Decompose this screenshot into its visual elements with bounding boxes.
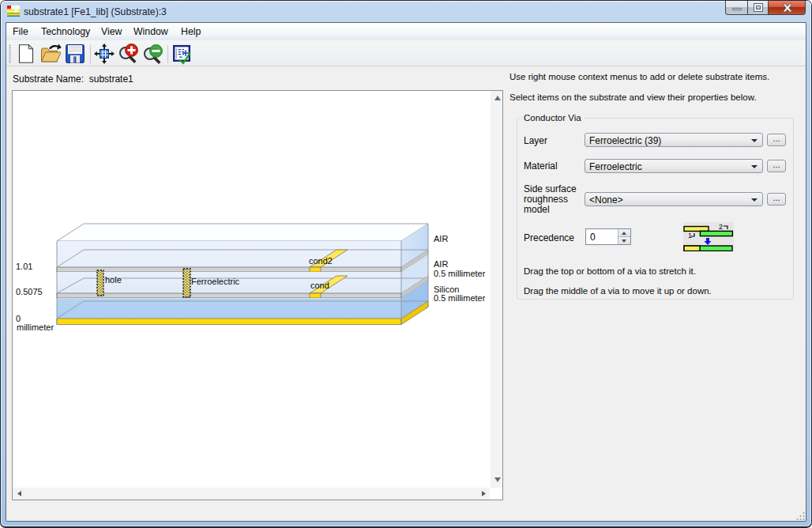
svg-text:2: 2: [719, 223, 723, 231]
svg-text:1: 1: [688, 232, 692, 239]
